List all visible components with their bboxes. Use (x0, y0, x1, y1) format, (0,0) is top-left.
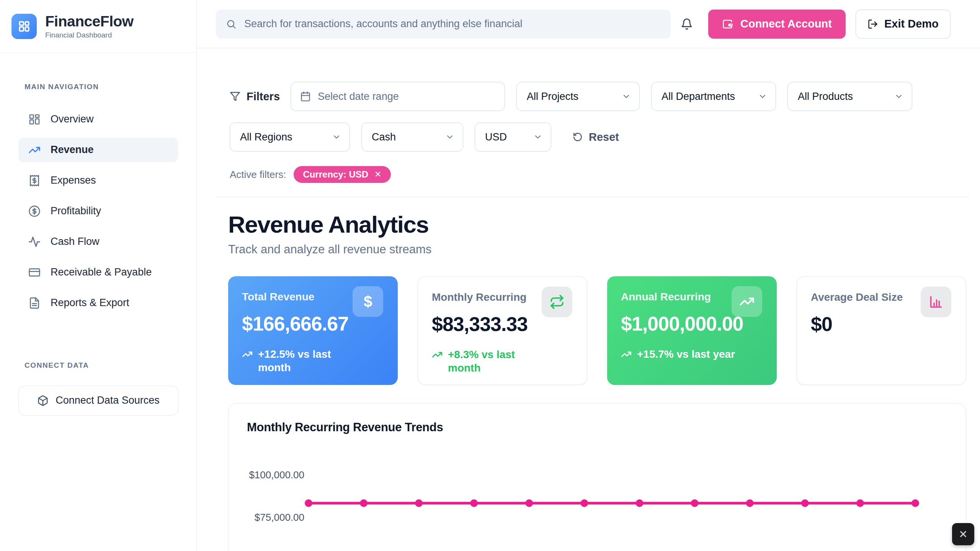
mrr-trends-chart-card: Monthly Recurring Revenue Trends $100,00… (228, 403, 966, 551)
sidebar-item-cash-flow[interactable]: Cash Flow (18, 230, 178, 254)
trending-up-icon (432, 349, 443, 360)
app-root: FinanceFlow Financial Dashboard MAIN NAV… (0, 0, 980, 551)
chevron-down-icon (445, 132, 454, 142)
sidebar-item-label: Overview (51, 113, 94, 125)
brand-header: FinanceFlow Financial Dashboard (0, 0, 196, 53)
filter-funnel-icon (230, 91, 240, 102)
connect-data-sources-button[interactable]: Connect Data Sources (18, 386, 178, 416)
sidebar-item-label: Reports & Export (51, 297, 129, 309)
bell-icon (681, 18, 693, 30)
bar-chart-icon (921, 287, 951, 317)
sidebar-item-expenses[interactable]: Expenses (18, 168, 178, 193)
sidebar: FinanceFlow Financial Dashboard MAIN NAV… (0, 0, 197, 551)
dollar-circle-icon (28, 205, 41, 217)
app-subtitle: Financial Dashboard (45, 31, 134, 39)
projects-select[interactable]: All Projects (516, 82, 640, 111)
mrr-line-chart (247, 445, 948, 551)
active-filters-label: Active filters: (230, 169, 286, 181)
calendar-icon (300, 91, 311, 102)
annual-recurring-card: Annual Recurring $1,000,000.00 +15.7% vs… (607, 276, 777, 385)
chevron-down-icon (622, 92, 631, 101)
dashboard-logo-icon (17, 20, 31, 33)
sidebar-item-label: Receivable & Payable (51, 266, 152, 278)
connect-account-label: Connect Account (740, 18, 832, 30)
chart-plot-area: $100,000.00$75,000.00$50,000.00 (247, 445, 947, 551)
departments-select[interactable]: All Departments (651, 82, 776, 111)
main-content: Filters All Projects All Depar (197, 48, 980, 551)
currency-filter-chip[interactable]: Currency: USD ✕ (294, 166, 390, 183)
search-input[interactable] (244, 18, 661, 30)
sidebar-item-revenue[interactable]: Revenue (18, 138, 178, 162)
sidebar-item-overview[interactable]: Overview (18, 107, 178, 132)
sidebar-item-profitability[interactable]: Profitability (18, 199, 178, 223)
currency-select[interactable]: USD (475, 122, 551, 152)
dashboard-grid-icon (28, 113, 41, 126)
monthly-recurring-card: Monthly Recurring $83,333.33 +8.3% vs la… (418, 276, 587, 385)
filters-label: Filters (230, 90, 280, 103)
card-delta: +8.3% vs last month (432, 348, 539, 375)
chevron-down-icon (332, 132, 341, 142)
average-deal-size-card: Average Deal Size $0 (797, 276, 966, 385)
exit-demo-label: Exit Demo (884, 18, 939, 30)
sidebar-item-label: Expenses (51, 174, 96, 186)
page-subtitle: Track and analyze all revenue streams (228, 243, 966, 256)
sidebar-nav: MAIN NAVIGATION Overview Revenu (0, 53, 196, 416)
chevron-down-icon (533, 132, 542, 142)
sidebar-item-receivable-payable[interactable]: Receivable & Payable (18, 260, 178, 285)
page-title: Revenue Analytics (228, 211, 966, 238)
trending-up-icon (28, 144, 41, 156)
connect-account-button[interactable]: Connect Account (708, 10, 846, 39)
date-range-field[interactable] (318, 91, 495, 103)
wallet-icon (722, 18, 733, 30)
repeat-icon (542, 287, 572, 317)
trending-up-icon (242, 349, 253, 360)
rotate-ccw-icon (573, 132, 583, 142)
close-icon: ✕ (959, 528, 967, 541)
activity-icon (28, 236, 41, 248)
app-logo (11, 14, 37, 39)
sidebar-item-reports-export[interactable]: Reports & Export (18, 291, 178, 315)
reset-filters-button[interactable]: Reset (573, 131, 619, 143)
sidebar-item-label: Cash Flow (51, 236, 100, 248)
date-range-input[interactable] (291, 82, 505, 111)
notifications-button[interactable] (681, 18, 693, 30)
chevron-down-icon (758, 92, 767, 101)
products-select[interactable]: All Products (787, 82, 912, 111)
metric-cards: Total Revenue $166,666.67 +12.5% vs last… (228, 276, 966, 385)
sidebar-item-label: Revenue (51, 144, 94, 156)
dollar-icon: $ (353, 286, 383, 317)
exit-demo-button[interactable]: Exit Demo (856, 10, 951, 39)
connect-data-sources-label: Connect Data Sources (56, 395, 160, 406)
log-out-icon (867, 19, 878, 29)
app-title: FinanceFlow (45, 14, 134, 29)
chart-title: Monthly Recurring Revenue Trends (247, 421, 947, 434)
package-box-icon (37, 395, 49, 406)
connect-data-section-label: CONNECT DATA (18, 361, 178, 370)
receipt-icon (28, 174, 41, 187)
card-delta: +15.7% vs last year (621, 347, 763, 361)
sidebar-item-label: Profitability (51, 205, 101, 217)
top-bar: Connect Account Exit Demo (197, 0, 980, 48)
trending-up-icon (732, 286, 762, 317)
file-text-icon (28, 297, 41, 309)
chip-close-icon[interactable]: ✕ (374, 170, 381, 179)
regions-select[interactable]: All Regions (230, 122, 350, 152)
accounting-basis-select[interactable]: Cash (361, 122, 463, 152)
card-delta: +12.5% vs last month (242, 347, 349, 374)
search-icon (226, 19, 237, 29)
page-header: Revenue Analytics Track and analyze all … (228, 211, 966, 256)
nav-section-label: MAIN NAVIGATION (18, 83, 178, 91)
global-search[interactable] (216, 10, 671, 39)
filters-section: Filters All Projects All Depar (216, 48, 969, 197)
total-revenue-card: Total Revenue $166,666.67 +12.5% vs last… (228, 276, 398, 385)
trending-up-icon (621, 349, 632, 360)
credit-card-icon (28, 266, 41, 279)
close-overlay-button[interactable]: ✕ (952, 523, 974, 545)
chevron-down-icon (894, 92, 903, 101)
